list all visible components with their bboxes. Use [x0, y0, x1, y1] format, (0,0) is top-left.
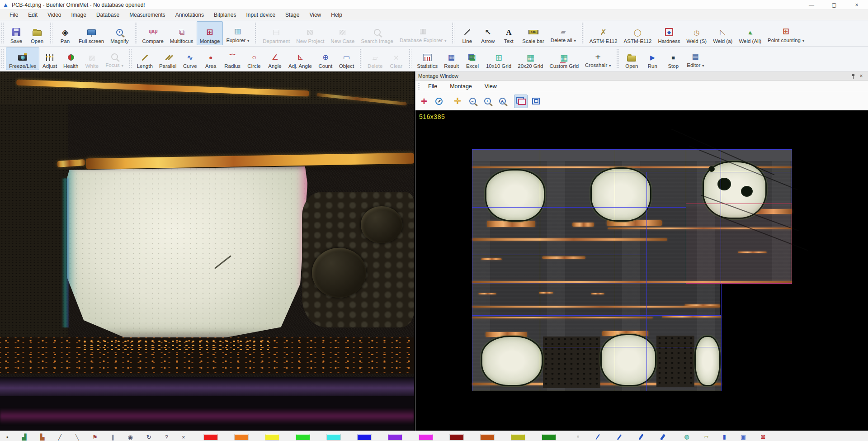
specimen-image-canvas[interactable]	[0, 71, 414, 431]
compare-button[interactable]: Compare	[139, 21, 167, 45]
parallel-button[interactable]: Parallel	[156, 47, 179, 70]
palette-swatch-purple[interactable]	[388, 434, 402, 441]
weld-a-button[interactable]: Weld (a)	[710, 21, 736, 45]
palette-swatch-yellow[interactable]	[265, 434, 279, 441]
menu-edit[interactable]: Edit	[23, 10, 42, 19]
zoom-in-button[interactable]: +	[481, 95, 494, 108]
acquire-timer-button[interactable]	[432, 95, 446, 108]
eraser-tool-icon[interactable]: ▱	[704, 434, 708, 440]
curve-button[interactable]: Curve	[179, 47, 200, 70]
save-button[interactable]: Save	[6, 21, 27, 45]
freeze-live-button[interactable]: Freeze/Live	[6, 47, 39, 70]
montage-canvas[interactable]: 516x385	[415, 110, 868, 431]
montage-button[interactable]: Montage	[197, 21, 223, 45]
run-button[interactable]: Run	[642, 47, 663, 70]
bitplane-tool-icon[interactable]: ▪	[6, 434, 9, 440]
adj-angle-button[interactable]: Adj. Angle	[285, 47, 315, 70]
editor-button[interactable]: Editor	[684, 47, 707, 70]
scale-bar-button[interactable]: 100 Scale bar	[519, 21, 547, 45]
palette-swatch-green[interactable]	[296, 434, 310, 441]
palette-swatch-magenta[interactable]	[419, 434, 433, 441]
histogram-icon[interactable]: ▟	[22, 434, 27, 440]
delete-bitplane-icon[interactable]: ⊠	[760, 434, 765, 440]
result-button[interactable]: Result	[441, 47, 462, 70]
routine-open-button[interactable]: Open	[621, 47, 642, 70]
astm-e112-intercept-button[interactable]: ASTM-E112	[586, 21, 621, 45]
menu-input-device[interactable]: Input device	[241, 10, 280, 19]
menu-annotations[interactable]: Annotations	[170, 10, 209, 19]
palette-swatch-orange[interactable]	[234, 434, 249, 441]
menu-bitplanes[interactable]: Bitplanes	[209, 10, 241, 19]
draw-tool-icon[interactable]: ╱	[58, 434, 62, 440]
text-button[interactable]: Text	[498, 21, 519, 45]
palette-swatch-olive[interactable]	[511, 434, 525, 441]
circle-button[interactable]: Circle	[244, 47, 264, 70]
menu-measurements[interactable]: Measurements	[124, 10, 170, 19]
grid-20x20-button[interactable]: 20x20 Grid	[514, 47, 546, 70]
angle-button[interactable]: Angle	[264, 47, 285, 70]
montage-menu-view[interactable]: View	[478, 81, 503, 91]
radius-button[interactable]: Radius	[221, 47, 244, 70]
close-tool-icon[interactable]: ×	[182, 434, 185, 440]
palette-swatch-blue[interactable]	[357, 434, 372, 441]
menu-help[interactable]: Help	[326, 10, 347, 19]
add-tile-button[interactable]	[417, 95, 431, 108]
excel-button[interactable]: Excel	[462, 47, 483, 70]
fill-tool-icon[interactable]: ◍	[684, 434, 689, 440]
length-button[interactable]: Length	[134, 47, 156, 70]
pin-button[interactable]	[849, 72, 857, 80]
area-button[interactable]: Area	[200, 47, 221, 70]
custom-grid-button[interactable]: Custom Grid	[547, 47, 582, 70]
montage-close-button[interactable]: ×	[857, 72, 865, 80]
fullscreen-button[interactable]: Full screen	[75, 21, 107, 45]
hardness-button[interactable]: Hardness	[655, 21, 683, 45]
stop-button[interactable]: Stop	[663, 47, 684, 70]
astm-e112-planimetric-button[interactable]: ASTM-E112	[621, 21, 655, 45]
pan-arrows-button[interactable]	[451, 95, 464, 108]
statistics-button[interactable]: Statistics	[414, 47, 441, 70]
adjust-button[interactable]: Adjust	[39, 47, 60, 70]
levels-icon[interactable]: ▙	[40, 434, 45, 440]
arrow-button[interactable]: Arrow	[477, 21, 498, 45]
health-button[interactable]: Health	[60, 47, 81, 70]
montage-window-titlebar[interactable]: Montage Window ×	[415, 71, 868, 81]
magnify-button[interactable]: + Magnify	[107, 21, 132, 45]
montage-menu-file[interactable]: File	[422, 81, 443, 91]
help-tool-icon[interactable]: ?	[165, 434, 168, 440]
count-button[interactable]: Count	[315, 47, 336, 70]
menu-view[interactable]: View	[304, 10, 326, 19]
point-counting-button[interactable]: Point counting	[764, 21, 807, 45]
crosshair-button[interactable]: Crosshair	[582, 47, 614, 70]
menu-video[interactable]: Video	[42, 10, 66, 19]
palette-swatch-dark-green[interactable]	[542, 434, 556, 441]
menu-image[interactable]: Image	[66, 10, 91, 19]
palette-swatch-cyan[interactable]	[326, 434, 341, 441]
pan-button[interactable]: Pan	[55, 21, 75, 45]
grid-10x10-button[interactable]: 10x10 Grid	[483, 47, 514, 70]
multifocus-button[interactable]: Multifocus	[167, 21, 197, 45]
maximize-button[interactable]: ▢	[823, 0, 845, 9]
object-button[interactable]: Object	[336, 47, 357, 70]
fit-view-button[interactable]	[529, 95, 542, 108]
weld-s-button[interactable]: Weld (S)	[684, 21, 710, 45]
open-button[interactable]: Open	[27, 21, 47, 45]
delete-all-button[interactable]: Delete all	[547, 21, 579, 45]
line-button[interactable]: Line	[457, 21, 477, 45]
pen-3px-icon[interactable]	[639, 434, 644, 440]
explorer-button[interactable]: Explorer	[223, 21, 252, 45]
pen-2px-icon[interactable]	[617, 434, 622, 440]
rectangle-tool-icon[interactable]: ▮	[723, 434, 726, 440]
ruler-tool-icon[interactable]: ∥	[111, 434, 114, 440]
pen-4px-icon[interactable]	[660, 434, 665, 440]
tile-overlap-view-button[interactable]	[514, 95, 528, 108]
close-button[interactable]: ×	[845, 0, 868, 9]
menu-database[interactable]: Database	[91, 10, 124, 19]
menu-file[interactable]: File	[5, 10, 23, 19]
zoom-out-button[interactable]: −	[466, 95, 479, 108]
palette-swatch-dark-orange[interactable]	[480, 434, 495, 441]
zoom-auto-button[interactable]: A	[495, 95, 509, 108]
draw-tool-icon[interactable]: ╲	[75, 434, 79, 440]
menu-stage[interactable]: Stage	[280, 10, 304, 19]
refresh-tool-icon[interactable]: ↻	[146, 434, 151, 440]
active-tile-outline[interactable]	[686, 204, 792, 284]
